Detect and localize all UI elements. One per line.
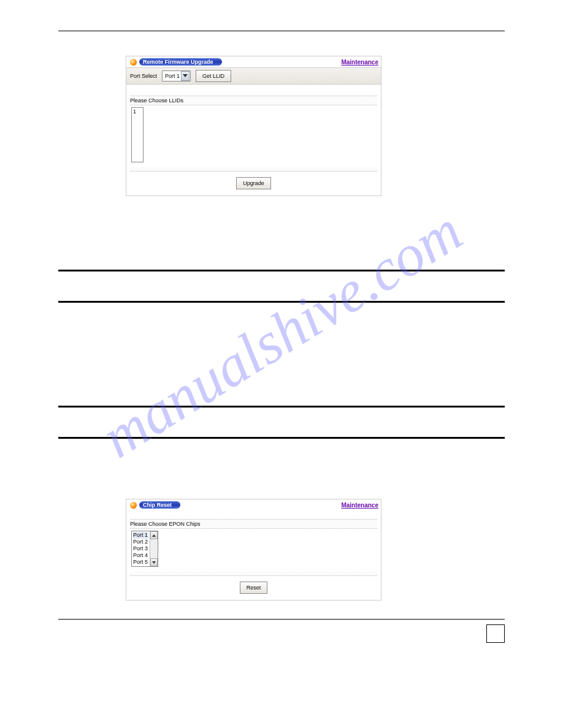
llid-listbox[interactable]: 1: [131, 107, 144, 162]
page-number-box: [486, 624, 505, 643]
chevron-down-icon: [181, 71, 190, 81]
panel-title: Remote Firmware Upgrade: [139, 58, 222, 66]
chip-reset-panel: Chip Reset Maintenance Please Choose EPO…: [126, 499, 381, 601]
list-item[interactable]: Port 5: [133, 559, 148, 566]
bullet-icon: [130, 502, 137, 509]
panel-header: Remote Firmware Upgrade Maintenance: [126, 56, 381, 67]
panel-title: Chip Reset: [139, 501, 180, 509]
llid-item[interactable]: 1: [133, 108, 142, 115]
scroll-up-icon[interactable]: [150, 531, 158, 539]
list-item[interactable]: Port 1: [133, 532, 148, 539]
svg-marker-1: [152, 534, 156, 537]
list-item[interactable]: Port 2: [133, 539, 148, 545]
title-pill: Chip Reset: [129, 501, 180, 509]
scrollbar[interactable]: [150, 531, 158, 566]
top-rule: [58, 31, 505, 31]
maintenance-link[interactable]: Maintenance: [341, 502, 378, 509]
choose-epon-chips-label: Please Choose EPON Chips: [130, 519, 377, 529]
divider: [58, 437, 505, 439]
bullet-icon: [130, 59, 137, 66]
divider: [58, 301, 505, 303]
epon-chip-listbox[interactable]: Port 1 Port 2 Port 3 Port 4 Port 5: [131, 531, 158, 567]
list-item[interactable]: Port 4: [133, 552, 148, 559]
list-item[interactable]: Port 3: [133, 545, 148, 552]
divider: [58, 406, 505, 408]
svg-marker-0: [183, 74, 188, 77]
panel-header: Chip Reset Maintenance: [126, 499, 381, 510]
separator: [130, 572, 377, 576]
scroll-down-icon[interactable]: [150, 558, 158, 566]
footer-rule: [58, 619, 505, 620]
port-select[interactable]: Port 1: [162, 70, 191, 82]
panel-footer: Upgrade: [126, 172, 381, 195]
maintenance-link[interactable]: Maintenance: [341, 59, 378, 66]
toolbar: Port Select Port 1 Get LLID: [126, 67, 381, 85]
reset-button[interactable]: Reset: [240, 582, 268, 594]
upgrade-button[interactable]: Upgrade: [236, 177, 271, 189]
svg-marker-2: [152, 561, 156, 564]
divider: [58, 270, 505, 271]
get-llid-button[interactable]: Get LLID: [196, 70, 231, 82]
separator: [130, 167, 377, 172]
title-pill: Remote Firmware Upgrade: [129, 58, 222, 66]
panel-footer: Reset: [126, 576, 381, 600]
port-select-label: Port Select: [130, 73, 157, 79]
remote-firmware-upgrade-panel: Remote Firmware Upgrade Maintenance Port…: [126, 56, 381, 196]
choose-llids-label: Please Choose LLIDs: [130, 96, 377, 105]
port-select-value: Port 1: [165, 73, 180, 79]
